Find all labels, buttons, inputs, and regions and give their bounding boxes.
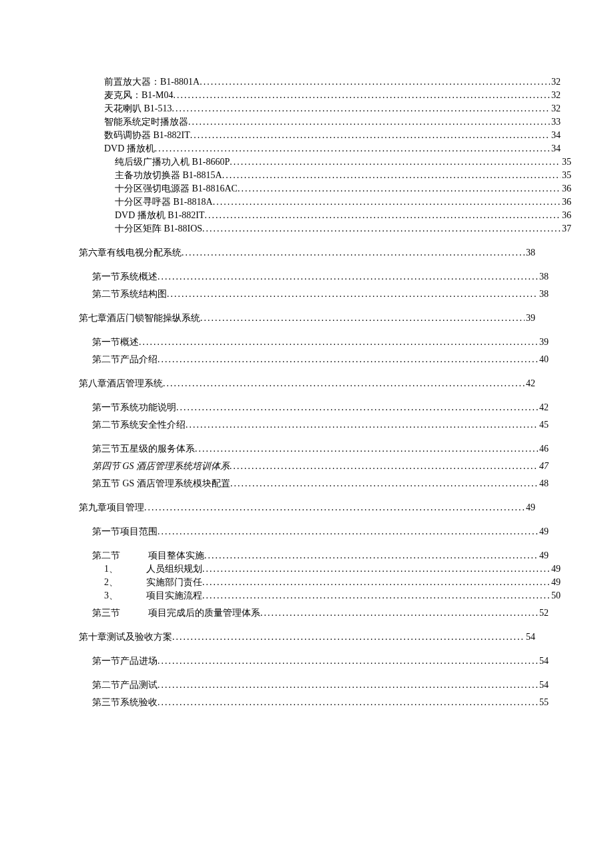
toc-entry: 第一节系统功能说明 42	[92, 403, 549, 412]
toc-entry: 数码调协器 B1-882IT34	[104, 131, 561, 140]
toc-entry-page: 34	[550, 144, 561, 153]
toc-leader-dots	[213, 197, 561, 207]
toc-entry: 1、人员组织规划 49	[104, 564, 561, 574]
toc-entry-label: 第二节系统结构图	[92, 290, 167, 299]
toc-entry: 第八章酒店管理系统 42	[79, 379, 535, 388]
toc-entry-label: 纯后级广播功入机 B1-8660P	[115, 157, 230, 167]
toc-leader-dots	[195, 444, 538, 454]
toc-entry: 前置放大器：B1-8801A 32	[104, 77, 561, 87]
toc-leader-dots	[200, 314, 525, 323]
toc-leader-dots	[176, 403, 538, 412]
toc-entry-label: 麦克风：B1-M04	[104, 91, 173, 100]
toc-entry-label: 第八章酒店管理系统	[79, 379, 163, 388]
toc-entry: DVD 播放机 B1-882IT36	[115, 211, 571, 220]
toc-entry-page: 49	[525, 503, 535, 512]
toc-entry-label: 第五节 GS 酒店管理系统模块配置	[92, 479, 230, 488]
toc-entry: 天花喇叭 B1-513 32	[104, 104, 561, 113]
toc-entry-label: 第一节项目范围	[92, 527, 158, 536]
table-of-contents: 前置放大器：B1-8801A 32麦克风：B1-M0432天花喇叭 B1-513…	[79, 77, 535, 707]
toc-entry-label: 第四节 GS 酒店管理系统培训体系	[92, 462, 230, 471]
toc-entry-label: 十分区矩阵 B1-88IOS	[115, 224, 202, 234]
toc-entry-label: 第二节项目整体实施	[92, 551, 204, 560]
toc-entry-page: 38	[525, 248, 535, 258]
toc-leader-dots	[204, 551, 538, 560]
toc-entry: 第一节项目范围 49	[92, 527, 549, 536]
toc-entry: 主备功放切换器 B1-8815A 35	[115, 171, 571, 180]
toc-entry: 第七章酒店门锁智能操纵系统 39	[79, 314, 535, 323]
toc-leader-dots	[172, 632, 525, 642]
toc-entry: 第二节系统安全性介绍 45	[92, 420, 549, 430]
toc-entry: 第六章有线电视分配系统 38	[79, 248, 535, 258]
toc-entry-label: 第三节五星级的服务体系	[92, 444, 195, 454]
toc-entry-label: 2、实施部门责任	[104, 578, 202, 587]
toc-entry: 第二节产品测试 54	[92, 681, 549, 690]
toc-entry-label: 3、项目实施流程	[104, 591, 202, 600]
toc-entry-page: 46	[538, 444, 549, 454]
toc-entry-label: 第一节概述	[92, 338, 139, 347]
toc-entry-label: 第二节产品介绍	[92, 355, 158, 364]
toc-leader-dots	[182, 248, 525, 258]
toc-entry-page: 35	[561, 157, 571, 167]
toc-leader-dots	[167, 290, 538, 299]
toc-entry-page: 48	[538, 479, 549, 488]
toc-entry-page: 36	[561, 184, 571, 193]
toc-entry: 第二节系统结构图 38	[92, 290, 549, 299]
toc-entry-label: 第七章酒店门锁智能操纵系统	[79, 314, 200, 323]
toc-leader-dots	[158, 657, 538, 666]
toc-entry: 十分区矩阵 B1-88IOS37	[115, 224, 571, 234]
toc-entry-page: 47	[538, 462, 549, 471]
toc-entry: 麦克风：B1-M0432	[104, 91, 561, 100]
toc-leader-dots	[158, 527, 538, 536]
toc-entry-page: 32	[550, 77, 561, 87]
toc-entry-page: 52	[538, 608, 549, 618]
toc-entry-label: 第二节产品测试	[92, 681, 158, 690]
toc-entry-label: 十分区强切电源器 B1-8816AC	[115, 184, 238, 193]
toc-entry-label: 1、人员组织规划	[104, 564, 202, 574]
toc-entry-label: 第二节系统安全性介绍	[92, 420, 186, 430]
toc-leader-dots	[188, 117, 550, 127]
toc-entry-page: 32	[550, 104, 561, 113]
toc-leader-dots	[260, 608, 538, 618]
toc-leader-dots	[158, 355, 538, 364]
toc-leader-dots	[163, 379, 525, 388]
toc-entry-page: 40	[538, 355, 549, 364]
toc-entry-label: 第十章测试及验收方案	[79, 632, 172, 642]
toc-entry: 第三节项目完成后的质量管理体系 52	[92, 608, 549, 618]
toc-entry-page: 38	[538, 290, 549, 299]
toc-entry: 第二节产品介绍 40	[92, 355, 549, 364]
toc-entry-page: 39	[525, 314, 535, 323]
toc-entry-page: 42	[525, 379, 535, 388]
toc-entry-page: 49	[550, 564, 561, 574]
toc-leader-dots	[202, 224, 561, 234]
toc-entry-label: 主备功放切换器 B1-8815A	[115, 171, 222, 180]
toc-leader-dots	[190, 131, 550, 140]
toc-entry-label: 第一节产品进场	[92, 657, 158, 666]
toc-leader-dots	[139, 338, 538, 347]
toc-entry: 第五节 GS 酒店管理系统模块配置48	[92, 479, 549, 488]
toc-entry-label: 第一节系统功能说明	[92, 403, 176, 412]
toc-entry: 第九章项目管理 49	[79, 503, 535, 512]
toc-entry-label: 天花喇叭 B1-513	[104, 104, 172, 113]
toc-entry-page: 54	[538, 681, 549, 690]
toc-leader-dots	[202, 591, 550, 600]
toc-entry-label: DVD 播放机	[104, 144, 155, 153]
toc-entry: 第一节系统概述 38	[92, 272, 549, 282]
toc-entry-label: 智能系统定时播放器	[104, 117, 188, 127]
toc-entry-label: 十分区寻呼器 B1-8818A	[115, 197, 213, 207]
toc-entry: 第四节 GS 酒店管理系统培训体系 47	[92, 462, 549, 471]
toc-leader-dots	[230, 462, 538, 471]
toc-leader-dots	[158, 681, 538, 690]
toc-entry: 十分区寻呼器 B1-8818A 36	[115, 197, 571, 207]
toc-entry: 第三节五星级的服务体系 46	[92, 444, 549, 454]
toc-leader-dots	[202, 564, 550, 574]
toc-leader-dots	[155, 144, 550, 153]
toc-leader-dots	[144, 503, 525, 512]
toc-entry-label: 数码调协器 B1-882IT	[104, 131, 190, 140]
toc-entry-label: DVD 播放机 B1-882IT	[115, 211, 205, 220]
toc-entry-label: 第三节项目完成后的质量管理体系	[92, 608, 260, 618]
toc-entry-page: 37	[561, 224, 571, 234]
page: 前置放大器：B1-8801A 32麦克风：B1-M0432天花喇叭 B1-513…	[0, 0, 614, 868]
toc-leader-dots	[205, 211, 561, 220]
toc-entry-page: 35	[561, 171, 571, 180]
toc-entry-page: 36	[561, 197, 571, 207]
